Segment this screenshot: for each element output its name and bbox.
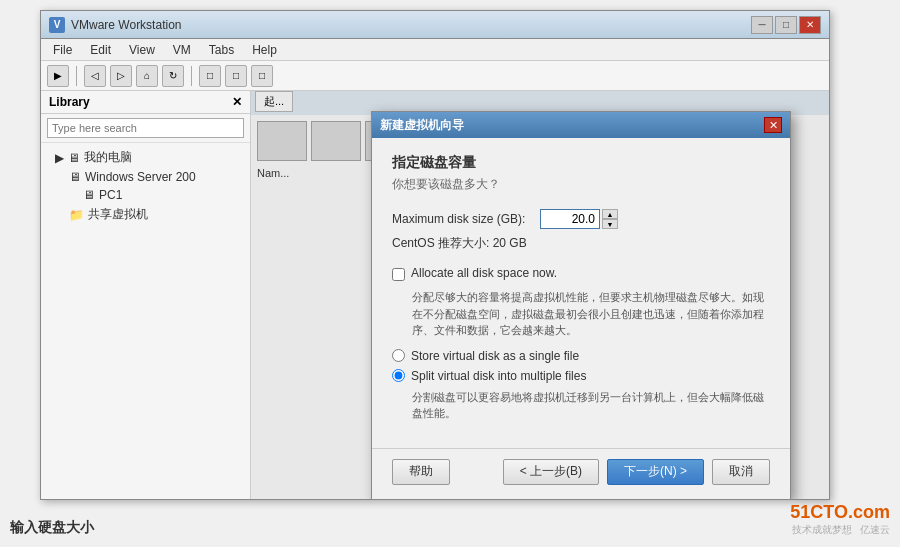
help-button[interactable]: 帮助 bbox=[392, 459, 450, 485]
toolbar-button-3[interactable]: □ bbox=[251, 65, 273, 87]
single-file-label: Store virtual disk as a single file bbox=[411, 349, 579, 363]
multiple-files-label: Split virtual disk into multiple files bbox=[411, 369, 586, 383]
tree-item-my-computer[interactable]: ▶ 🖥 我的电脑 bbox=[41, 147, 250, 168]
multiple-files-radio[interactable] bbox=[392, 369, 405, 382]
title-bar-left: V VMware Workstation bbox=[49, 17, 181, 33]
tree-item-label: PC1 bbox=[99, 188, 122, 202]
sidebar-header: Library ✕ bbox=[41, 91, 250, 114]
watermark-sub: 技术成就梦想 亿速云 bbox=[790, 523, 890, 537]
tree-item-pc1[interactable]: 🖥 PC1 bbox=[41, 186, 250, 204]
bottom-area: 输入硬盘大小 51CTO.com 技术成就梦想 亿速云 bbox=[10, 502, 890, 537]
title-bar: V VMware Workstation ─ □ ✕ bbox=[41, 11, 829, 39]
new-vm-wizard-dialog: 新建虚拟机向导 ✕ 指定磁盘容量 你想要该磁盘多大？ Maximum disk … bbox=[371, 111, 791, 499]
sidebar-search-area bbox=[41, 114, 250, 143]
vm-thumbnail-2 bbox=[311, 121, 361, 161]
back-button[interactable]: < 上一步(B) bbox=[503, 459, 599, 485]
tree-item-label: Windows Server 200 bbox=[85, 170, 196, 184]
vmware-window: V VMware Workstation ─ □ ✕ File Edit Vie… bbox=[40, 10, 830, 500]
computer-icon: 🖥 bbox=[68, 151, 80, 165]
menu-view[interactable]: View bbox=[121, 41, 163, 59]
dialog-title: 新建虚拟机向导 bbox=[380, 117, 464, 134]
recommend-text: CentOS 推荐大小: 20 GB bbox=[392, 235, 770, 252]
allocate-checkbox[interactable] bbox=[392, 268, 405, 281]
single-file-radio[interactable] bbox=[392, 349, 405, 362]
allocate-description: 分配尽够大的容量将提高虚拟机性能，但要求主机物理磁盘尽够大。如现在不分配磁盘空间… bbox=[412, 289, 770, 339]
toolbar-refresh-button[interactable]: ↻ bbox=[162, 65, 184, 87]
dialog-body: 指定磁盘容量 你想要该磁盘多大？ Maximum disk size (GB):… bbox=[372, 138, 790, 448]
maximize-button[interactable]: □ bbox=[775, 16, 797, 34]
sidebar-tree: ▶ 🖥 我的电脑 🖥 Windows Server 200 🖥 PC1 📁 共享… bbox=[41, 143, 250, 499]
sidebar: Library ✕ ▶ 🖥 我的电脑 🖥 Windows Server 200 … bbox=[41, 91, 251, 499]
toolbar-button-1[interactable]: □ bbox=[199, 65, 221, 87]
disk-size-label: Maximum disk size (GB): bbox=[392, 212, 532, 226]
next-button[interactable]: 下一步(N) > bbox=[607, 459, 704, 485]
multiple-files-radio-row: Split virtual disk into multiple files bbox=[392, 369, 770, 383]
footer-left: 帮助 bbox=[392, 459, 450, 485]
tree-item-shared-vm[interactable]: 📁 共享虚拟机 bbox=[41, 204, 250, 225]
vm-icon: 🖥 bbox=[69, 170, 81, 184]
close-window-button[interactable]: ✕ bbox=[799, 16, 821, 34]
toolbar-back-button[interactable]: ◁ bbox=[84, 65, 106, 87]
disk-size-input-group: ▲ ▼ bbox=[540, 209, 618, 229]
tree-item-label: 我的电脑 bbox=[84, 149, 132, 166]
menu-edit[interactable]: Edit bbox=[82, 41, 119, 59]
dialog-title-bar: 新建虚拟机向导 ✕ bbox=[372, 112, 790, 138]
tree-item-label: 共享虚拟机 bbox=[88, 206, 148, 223]
menu-help[interactable]: Help bbox=[244, 41, 285, 59]
footer-right: < 上一步(B) 下一步(N) > 取消 bbox=[503, 459, 770, 485]
allocate-label: Allocate all disk space now. bbox=[411, 266, 557, 280]
dialog-close-button[interactable]: ✕ bbox=[764, 117, 782, 133]
window-controls: ─ □ ✕ bbox=[751, 16, 821, 34]
menu-vm[interactable]: VM bbox=[165, 41, 199, 59]
toolbar-forward-button[interactable]: ▷ bbox=[110, 65, 132, 87]
allocate-checkbox-row: Allocate all disk space now. bbox=[392, 266, 770, 281]
watermark-sub1: 技术成就梦想 bbox=[792, 523, 852, 537]
watermark: 51CTO.com 技术成就梦想 亿速云 bbox=[790, 502, 890, 537]
menu-file[interactable]: File bbox=[45, 41, 80, 59]
tree-item-windows-server[interactable]: 🖥 Windows Server 200 bbox=[41, 168, 250, 186]
dialog-footer: 帮助 < 上一步(B) 下一步(N) > 取消 bbox=[372, 448, 790, 499]
watermark-sub2: 亿速云 bbox=[860, 523, 890, 537]
vm-icon: 🖥 bbox=[83, 188, 95, 202]
main-content: Library ✕ ▶ 🖥 我的电脑 🖥 Windows Server 200 … bbox=[41, 91, 829, 499]
sidebar-close-button[interactable]: ✕ bbox=[232, 95, 242, 109]
vm-thumbnail-1 bbox=[257, 121, 307, 161]
bottom-label: 输入硬盘大小 bbox=[10, 519, 94, 537]
content-area: 起... Nam... 新建虚拟机向导 ✕ 指定磁盘容量 bbox=[251, 91, 829, 499]
spin-down-button[interactable]: ▼ bbox=[602, 219, 618, 229]
spin-buttons: ▲ ▼ bbox=[602, 209, 618, 229]
menu-tabs[interactable]: Tabs bbox=[201, 41, 242, 59]
toolbar-home-button[interactable]: ⌂ bbox=[136, 65, 158, 87]
minimize-button[interactable]: ─ bbox=[751, 16, 773, 34]
dialog-section-subtitle: 你想要该磁盘多大？ bbox=[392, 176, 770, 193]
toolbar-button-2[interactable]: □ bbox=[225, 65, 247, 87]
app-icon: V bbox=[49, 17, 65, 33]
menu-bar: File Edit View VM Tabs Help bbox=[41, 39, 829, 61]
toolbar-separator-1 bbox=[76, 66, 77, 86]
watermark-logo: 51CTO.com bbox=[790, 502, 890, 523]
toolbar-separator-2 bbox=[191, 66, 192, 86]
disk-size-row: Maximum disk size (GB): ▲ ▼ bbox=[392, 209, 770, 229]
cancel-button[interactable]: 取消 bbox=[712, 459, 770, 485]
multiple-files-description: 分割磁盘可以更容易地将虚拟机迁移到另一台计算机上，但会大幅降低磁盘性能。 bbox=[412, 389, 770, 422]
folder-icon: 📁 bbox=[69, 208, 84, 222]
app-title: VMware Workstation bbox=[71, 18, 181, 32]
dialog-section-title: 指定磁盘容量 bbox=[392, 154, 770, 172]
sidebar-title: Library bbox=[49, 95, 90, 109]
expand-icon: ▶ bbox=[55, 151, 64, 165]
spin-up-button[interactable]: ▲ bbox=[602, 209, 618, 219]
toolbar-play-button[interactable]: ▶ bbox=[47, 65, 69, 87]
tab-home[interactable]: 起... bbox=[255, 91, 293, 112]
disk-split-section: Store virtual disk as a single file Spli… bbox=[392, 349, 770, 422]
search-input[interactable] bbox=[47, 118, 244, 138]
single-file-radio-row: Store virtual disk as a single file bbox=[392, 349, 770, 363]
disk-size-input[interactable] bbox=[540, 209, 600, 229]
toolbar: ▶ ◁ ▷ ⌂ ↻ □ □ □ bbox=[41, 61, 829, 91]
